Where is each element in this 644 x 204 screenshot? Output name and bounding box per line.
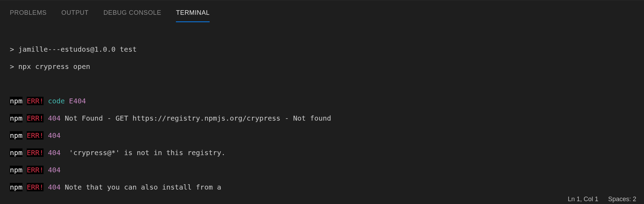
- npm-prefix: npm: [10, 183, 22, 191]
- npm-404: 404: [48, 148, 60, 157]
- terminal-line: npm ERR! code E404: [10, 97, 644, 106]
- status-spaces[interactable]: Spaces: 2: [608, 196, 636, 203]
- npm-err: ERR!: [27, 114, 44, 122]
- terminal-line: npm ERR! 404 Not Found - GET https://reg…: [10, 114, 644, 123]
- npm-err: ERR!: [27, 148, 44, 157]
- tab-problems[interactable]: PROBLEMS: [10, 6, 47, 22]
- npm-prefix: npm: [10, 148, 22, 157]
- terminal-line: [10, 79, 644, 88]
- npm-404: 404: [48, 114, 60, 122]
- terminal-line: > npx crypress open: [10, 62, 644, 71]
- terminal-line: npm ERR! 404 Note that you can also inst…: [10, 183, 644, 192]
- panel-tabs: PROBLEMS OUTPUT DEBUG CONSOLE TERMINAL: [0, 4, 644, 24]
- terminal-line: npm ERR! 404 'crypress@*' is not in this…: [10, 148, 644, 157]
- npm-msg: Not Found - GET https://registry.npmjs.o…: [61, 114, 331, 122]
- npm-err: ERR!: [27, 166, 44, 174]
- terminal-line: npm ERR! 404: [10, 166, 644, 174]
- terminal-output[interactable]: > jamille---estudos@1.0.0 test > npx cry…: [0, 24, 644, 204]
- npm-404: 404: [48, 131, 60, 140]
- terminal-line: npm ERR! 404: [10, 131, 644, 140]
- tab-output[interactable]: OUTPUT: [61, 6, 89, 22]
- npm-prefix: npm: [10, 97, 22, 105]
- tab-debug-console[interactable]: DEBUG CONSOLE: [103, 6, 161, 22]
- status-ln-col[interactable]: Ln 1, Col 1: [568, 196, 598, 203]
- npm-404: 404: [48, 166, 60, 174]
- npm-err: ERR!: [27, 97, 44, 105]
- npm-err: ERR!: [27, 131, 44, 140]
- npm-404: 404: [48, 183, 60, 191]
- npm-code-value: E404: [69, 97, 86, 105]
- npm-msg: 'crypress@*' is not in this registry.: [61, 148, 226, 157]
- npm-code-label: code: [48, 97, 65, 105]
- tab-terminal[interactable]: TERMINAL: [176, 6, 210, 22]
- npm-prefix: npm: [10, 166, 22, 174]
- status-bar: Ln 1, Col 1 Spaces: 2: [0, 194, 644, 204]
- npm-prefix: npm: [10, 114, 22, 122]
- panel-divider: [0, 0, 644, 4]
- npm-msg: Note that you can also install from a: [61, 183, 222, 191]
- npm-err: ERR!: [27, 183, 44, 191]
- npm-prefix: npm: [10, 131, 22, 140]
- terminal-line: > jamille---estudos@1.0.0 test: [10, 45, 644, 54]
